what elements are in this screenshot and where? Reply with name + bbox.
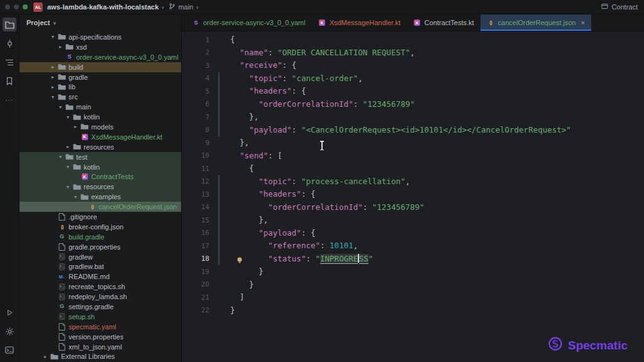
tree-item-main[interactable]: ▾main	[19, 102, 181, 112]
more-tool-icon[interactable]: ···	[3, 93, 16, 107]
chevron-open-icon[interactable]: ▾	[65, 164, 71, 170]
tree-item-gradlew[interactable]: ›_gradlew	[19, 252, 181, 262]
chevron-closed-icon[interactable]: ▸	[50, 74, 56, 80]
code-line-1[interactable]: 1{	[182, 33, 644, 47]
project-selector[interactable]: aws-lambda-kafka-with-localstack ∨	[47, 3, 164, 11]
run-tool-icon[interactable]	[3, 305, 16, 319]
code-line-16[interactable]: 16 "payload": {	[182, 227, 644, 240]
chevron-closed-icon[interactable]: ▸	[50, 84, 56, 90]
window-close-button[interactable]	[5, 4, 10, 9]
code-line-15[interactable]: 15 },	[182, 214, 644, 227]
chevron-open-icon[interactable]: ▾	[57, 104, 64, 110]
tree-item-setup-sh[interactable]: ›_setup.sh	[19, 312, 181, 322]
chevron-open-icon[interactable]: ▾	[65, 184, 71, 190]
code-line-18[interactable]: 18 "status": "INPROGRESS"	[182, 253, 644, 266]
tree-item-order-service-async-v3-0-0-yaml[interactable]: Sorder-service-async-v3_0_0.yaml	[19, 52, 181, 62]
git-branch-selector[interactable]: main ∨	[169, 3, 199, 11]
terminal-tool-icon[interactable]	[3, 343, 16, 357]
chevron-closed-icon[interactable]: ▸	[72, 124, 79, 129]
tree-item-recreate-topics-sh[interactable]: ›_recreate_topics.sh	[19, 282, 181, 292]
tree-item-external-libraries[interactable]: ▸External Libraries	[19, 352, 181, 362]
tree-item-gradle-properties[interactable]: gradle.properties	[19, 242, 181, 252]
tree-item-resources[interactable]: ▸resources	[19, 142, 181, 152]
tree-item-lib[interactable]: ▸lib	[19, 82, 181, 92]
window-icon	[601, 3, 608, 11]
code-line-13[interactable]: 13 "headers": {	[182, 188, 644, 201]
tree-item-kotlin[interactable]: ▾kotlin	[19, 162, 181, 172]
tree-item-gradlew-bat[interactable]: ›_gradlew.bat	[19, 261, 181, 272]
project-panel-header[interactable]: Project ∨	[19, 14, 181, 31]
run-config[interactable]: Contract	[601, 3, 639, 11]
code-line-4[interactable]: 4 "topic": "cancel-order",	[182, 72, 644, 85]
chevron-open-icon[interactable]: ▾	[50, 94, 56, 100]
editor-tab-xsdmessagehandler-kt[interactable]: KXsdMessageHandler.kt	[312, 14, 407, 31]
code-line-3[interactable]: 3 "receive": {	[182, 59, 644, 72]
tree-item-kotlin[interactable]: ▾kotlin	[19, 112, 181, 122]
code-line-17[interactable]: 17 "reference": 10101,	[182, 239, 644, 253]
tree-item-api-specifications[interactable]: ▾api-specifications	[19, 32, 181, 42]
tree-item-test[interactable]: ▾test	[19, 152, 181, 162]
structure-tool-icon[interactable]	[3, 55, 16, 69]
tree-item-version-properties[interactable]: version.properties	[19, 332, 181, 342]
code-line-2[interactable]: 2 "name": "ORDER CANCELLATION REQUEST",	[182, 47, 644, 60]
close-tab-icon[interactable]: ×	[581, 19, 585, 26]
tree-item-readme-md[interactable]: M↓README.md	[19, 272, 181, 282]
tree-item-contracttests[interactable]: KContractTests	[19, 172, 181, 182]
folder-file-icon	[58, 63, 66, 71]
tree-item-specmatic-yaml[interactable]: specmatic.yaml	[19, 322, 181, 332]
tree-item-settings-gradle[interactable]: Gsettings.gradle	[19, 302, 181, 312]
editor-tab-cancelorderrequest-json[interactable]: {}cancelOrderRequest.json×	[480, 14, 592, 31]
code-line-6[interactable]: 6 "orderCorrelationId": "123456789"	[182, 98, 644, 111]
bookmarks-tool-icon[interactable]	[3, 74, 16, 88]
tree-item-label: models	[91, 123, 113, 131]
editor-tab-order-service-async-v3-0-0-yaml[interactable]: Sorder-service-async-v3_0_0.yaml	[186, 14, 312, 31]
tree-item-broker-config-json[interactable]: {}broker-config.json	[19, 222, 181, 232]
editor-tab-contracttests-kt[interactable]: KContractTests.kt	[407, 14, 480, 31]
code-line-11[interactable]: 11 {	[182, 162, 644, 175]
code-line-10[interactable]: 10 "send": [	[182, 150, 644, 163]
code-line-19[interactable]: 19 }	[182, 265, 644, 278]
code-line-20[interactable]: 20 }	[182, 278, 644, 292]
tree-item-cancelorderrequest-json[interactable]: {}cancelOrderRequest.json	[19, 202, 181, 212]
commit-tool-icon[interactable]	[3, 36, 16, 50]
code-line-22[interactable]: 22}	[182, 304, 644, 317]
code-line-21[interactable]: 21 ]	[182, 291, 644, 304]
chevron-closed-icon[interactable]: ▸	[50, 64, 56, 70]
code-line-7[interactable]: 7 },	[182, 111, 644, 124]
folder-file-icon	[65, 103, 74, 111]
code-line-9[interactable]: 9 },	[182, 136, 644, 150]
chevron-open-icon[interactable]: ▾	[72, 194, 79, 200]
tree-item-xsdmessagehandler-kt[interactable]: KXsdMessageHandler.kt	[19, 132, 181, 142]
tree-item-build[interactable]: ▸build	[19, 62, 181, 72]
tree-item-gradle[interactable]: ▸gradle	[19, 72, 181, 82]
code-line-14[interactable]: 14 "orderCorrelationId": "123456789"	[182, 201, 644, 214]
project-tool-icon[interactable]	[3, 18, 16, 31]
tree-item-models[interactable]: ▸models	[19, 122, 181, 132]
code-line-12[interactable]: 12 "topic": "process-cancellation",	[182, 175, 644, 189]
window-minimize-button[interactable]	[14, 4, 19, 9]
tree-item-redeploy-lamda-sh[interactable]: ›_redeploy_lamda.sh	[19, 292, 181, 302]
settings-tool-icon[interactable]	[3, 324, 16, 338]
chevron-closed-icon[interactable]: ▸	[42, 354, 48, 359]
chevron-open-icon[interactable]: ▾	[57, 154, 64, 160]
code-line-5[interactable]: 5 "headers": {	[182, 85, 644, 98]
folder-file-icon	[65, 153, 74, 161]
tree-item-xsd[interactable]: ▸xsd	[19, 42, 181, 52]
chevron-closed-icon[interactable]: ▸	[65, 144, 71, 150]
tab-label: cancelOrderRequest.json	[498, 19, 576, 26]
intention-bulb-icon[interactable]	[236, 255, 243, 263]
tree-item-build-gradle[interactable]: Gbuild.gradle	[19, 232, 181, 242]
code-line-8[interactable]: 8 "payload": "<CancelOrderRequest><id>10…	[182, 124, 644, 137]
tree-item-examples[interactable]: ▾examples	[19, 192, 181, 202]
watermark: Specmatic	[548, 336, 628, 354]
chevron-open-icon[interactable]: ▾	[65, 114, 71, 120]
window-maximize-button[interactable]	[23, 4, 28, 9]
tree-item-gitignore[interactable]: .gitignore	[19, 212, 181, 222]
editor[interactable]: 1{2 "name": "ORDER CANCELLATION REQUEST"…	[182, 31, 644, 362]
tree-item-resources[interactable]: ▾resources	[19, 182, 181, 192]
tree-item-src[interactable]: ▾src	[19, 92, 181, 102]
chevron-open-icon[interactable]: ▾	[50, 34, 56, 40]
tree-item-xml-to-json-yaml[interactable]: xml_to_json.yaml	[19, 342, 181, 352]
chevron-closed-icon[interactable]: ▸	[57, 44, 64, 50]
line-number: 3	[182, 62, 219, 70]
